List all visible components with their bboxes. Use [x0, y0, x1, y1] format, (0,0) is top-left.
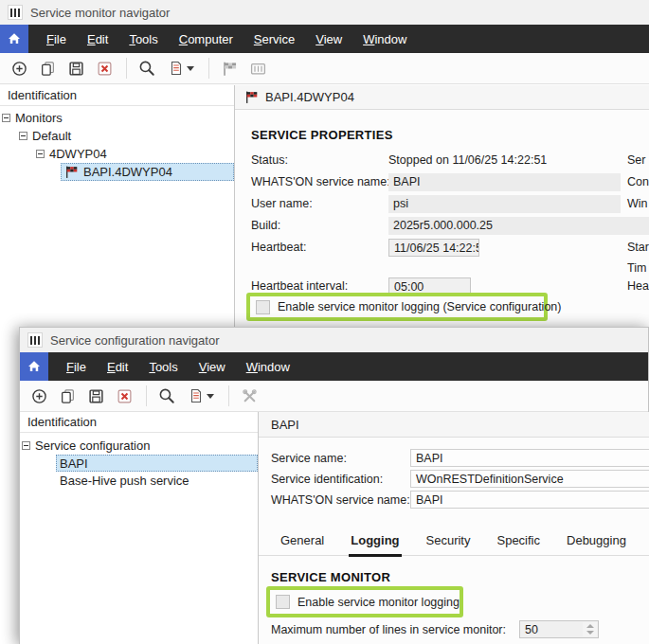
save-button[interactable]: [82, 384, 109, 408]
tree-item-monitors[interactable]: Monitors: [2, 109, 63, 127]
monitor-window-title: Service monitor navigator: [30, 6, 170, 20]
dropdown-caret-icon: [187, 66, 194, 71]
menu-window[interactable]: Window: [352, 32, 417, 46]
service-identification-label: Service identification:: [271, 473, 383, 486]
collapse-icon[interactable]: [2, 114, 10, 122]
tab-general[interactable]: General: [279, 528, 326, 557]
menu-file[interactable]: File: [56, 360, 97, 374]
flag-button-disabled[interactable]: [216, 56, 243, 80]
report-dropdown-button[interactable]: [162, 56, 200, 80]
search-icon: [158, 387, 175, 404]
heartbeat-field[interactable]: 11/06/25 14:22:51: [388, 239, 479, 257]
tools-button-disabled[interactable]: [236, 384, 262, 408]
flag-icon: [222, 61, 238, 77]
menu-edit[interactable]: Edit: [77, 32, 118, 46]
search-button[interactable]: [153, 384, 180, 408]
toolbar-separator: [228, 385, 229, 406]
tab-specific[interactable]: Specific: [495, 528, 542, 557]
add-icon: [11, 61, 27, 77]
tab-security[interactable]: Security: [424, 528, 473, 557]
menu-file[interactable]: File: [36, 32, 77, 46]
archive-icon: [250, 61, 266, 77]
menu-tools[interactable]: Tools: [118, 32, 168, 46]
add-button[interactable]: [26, 384, 52, 408]
config-panel-title: BAPI: [271, 418, 299, 432]
tab-debugging[interactable]: Debugging: [565, 528, 628, 557]
menu-view[interactable]: View: [189, 360, 236, 374]
checkered-flag-icon: [244, 90, 259, 104]
config-tree-panel: Identification Service configuration BAP…: [20, 412, 259, 644]
enable-logging-checkbox[interactable]: [276, 595, 290, 609]
config-panel-header: BAPI: [259, 412, 649, 438]
whatson-service-name-field[interactable]: BAPI: [388, 173, 621, 191]
menu-window[interactable]: Window: [236, 360, 300, 374]
add-button[interactable]: [6, 56, 32, 80]
enable-logging-checkbox-label: Enable service monitor logging (Service …: [278, 300, 561, 313]
whatson-service-name-label: WHATS'ON service name:: [251, 175, 390, 188]
app-window-icon: [8, 5, 23, 20]
menu-computer[interactable]: Computer: [169, 32, 243, 46]
user-name-label: User name:: [251, 197, 313, 210]
report-dropdown-button[interactable]: [182, 384, 220, 408]
user-name-field[interactable]: psi: [388, 195, 621, 213]
menu-tools[interactable]: Tools: [138, 360, 188, 374]
home-button[interactable]: [0, 25, 28, 53]
config-panel-body: Service name: BAPI Service identificatio…: [259, 438, 649, 644]
copy-button[interactable]: [54, 384, 81, 408]
search-button[interactable]: [134, 56, 160, 80]
home-button[interactable]: [20, 352, 48, 381]
toolbar-separator: [146, 385, 147, 406]
config-tree-header: Identification: [20, 412, 258, 433]
monitor-panel-title: BAPI.4DWYP04: [265, 90, 354, 104]
tree-item-4dwyp04[interactable]: 4DWYP04: [36, 145, 107, 163]
menu-view[interactable]: View: [305, 32, 352, 46]
copy-icon: [60, 388, 76, 404]
settings-tabs: General Logging Security Specific Debugg…: [259, 528, 649, 556]
tree-item-default[interactable]: Default: [19, 127, 71, 145]
collapse-icon[interactable]: [36, 150, 45, 158]
service-monitor-heading: SERVICE MONITOR: [271, 570, 390, 584]
spinner-control[interactable]: [583, 622, 597, 636]
heartbeat-label: Heartbeat:: [251, 241, 306, 254]
service-name-field[interactable]: BAPI: [410, 449, 649, 467]
report-icon: [189, 388, 204, 403]
collapse-icon[interactable]: [19, 132, 27, 140]
whatson-service-name-field[interactable]: BAPI: [410, 491, 649, 509]
tree-item-service-configuration[interactable]: Service configuration: [22, 437, 150, 455]
monitor-menubar: File Edit Tools Computer Service View Wi…: [0, 25, 649, 53]
monitor-panel-header: BAPI.4DWYP04: [235, 85, 649, 110]
whatson-service-name-label: WHATS'ON service name:: [271, 493, 410, 507]
tree-item-base-hive-push-service[interactable]: Base-Hive push service: [60, 472, 189, 490]
enable-logging-checkbox-label: Enable service monitor logging: [297, 596, 460, 609]
copy-button[interactable]: [34, 56, 61, 80]
tree-item-bapi-4dwyp04[interactable]: BAPI.4DWYP04: [64, 163, 172, 181]
right-col-label-con: Con: [627, 175, 649, 188]
service-name-label: Service name:: [271, 452, 347, 465]
search-icon: [138, 60, 155, 77]
menu-service[interactable]: Service: [243, 32, 305, 46]
service-identification-field[interactable]: WOnRESTDefinitionService: [410, 470, 649, 488]
enable-logging-checkbox[interactable]: [256, 300, 270, 314]
delete-button[interactable]: [111, 384, 137, 408]
delete-icon: [117, 388, 133, 404]
toolbar-separator: [208, 58, 209, 79]
archive-button-disabled[interactable]: [244, 56, 271, 80]
spinner-down-icon: [586, 631, 594, 635]
build-field[interactable]: 2025r5.000.000.25: [388, 217, 649, 235]
right-col-label-star: Star: [627, 241, 649, 254]
menu-edit[interactable]: Edit: [97, 360, 138, 374]
tree-item-bapi[interactable]: BAPI: [60, 455, 88, 473]
monitor-tree-header: Identification: [0, 85, 234, 106]
service-configuration-window: Service configuration navigator File Edi…: [19, 327, 649, 644]
max-lines-field[interactable]: 50: [519, 620, 599, 638]
tools-icon: [242, 388, 258, 404]
save-button[interactable]: [63, 56, 89, 80]
delete-button[interactable]: [91, 56, 117, 80]
add-icon: [31, 388, 47, 404]
delete-icon: [97, 61, 113, 77]
collapse-icon[interactable]: [22, 441, 30, 450]
max-lines-value: 50: [525, 623, 538, 636]
max-lines-label: Maximum number of lines in service monit…: [271, 623, 506, 636]
tab-logging[interactable]: Logging: [349, 528, 401, 557]
build-label: Build:: [251, 219, 280, 232]
